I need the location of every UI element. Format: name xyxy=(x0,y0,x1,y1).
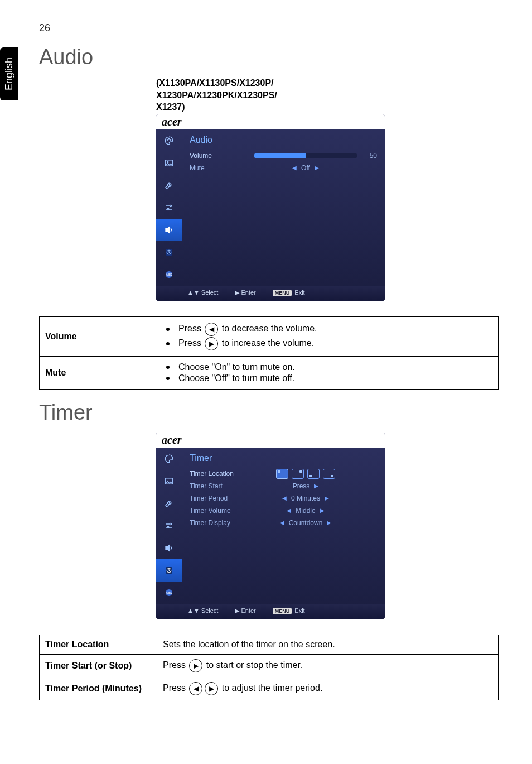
osd-tab-setting[interactable] xyxy=(156,196,182,219)
loc-bottom-left-icon xyxy=(307,469,320,479)
osd-label: Mute xyxy=(190,164,251,172)
model-line: X1230PA/X1230PK/X1230PS/ xyxy=(156,89,499,102)
text: Press ◀ to decrease the volume. xyxy=(178,323,317,336)
speaker-icon xyxy=(163,225,175,235)
palette-icon xyxy=(163,454,175,464)
osd-label: Timer Start xyxy=(190,482,251,490)
footer-select: ▲▼ Select xyxy=(187,289,218,296)
osd-tab-image[interactable] xyxy=(156,470,182,492)
svg-point-6 xyxy=(167,208,169,210)
menu-pill: MENU xyxy=(273,290,292,296)
cell-desc: Press ◀▶ to adjust the timer period. xyxy=(157,677,499,700)
globe-icon: ABC xyxy=(163,588,175,598)
left-button-icon: ◀ xyxy=(205,323,218,336)
text: Choose "Off" to turn mute off. xyxy=(178,373,294,383)
osd-row-timer-start[interactable]: Timer Start Press▶ xyxy=(190,480,377,492)
osd-tab-color[interactable] xyxy=(156,448,182,470)
osd-tab-language[interactable]: ABC xyxy=(156,582,182,604)
section-title-audio: Audio xyxy=(39,45,499,69)
osd-row-volume[interactable]: Volume 50 xyxy=(190,150,377,162)
osd-value: Press xyxy=(293,482,310,490)
osd-tab-timer[interactable] xyxy=(156,559,182,582)
bullet-icon xyxy=(166,342,170,345)
osd-value: 0 Minutes xyxy=(291,494,320,502)
volume-bar-fill xyxy=(254,153,306,158)
osd-tab-audio[interactable] xyxy=(156,537,182,559)
cell-desc: Choose "On" to turn mute on. Choose "Off… xyxy=(157,356,499,389)
svg-point-13 xyxy=(167,526,169,528)
model-line: X1237) xyxy=(156,101,499,113)
cell-key: Mute xyxy=(40,356,157,389)
osd-label: Timer Location xyxy=(190,470,251,478)
osd-row-timer-display[interactable]: Timer Display ◀Countdown▶ xyxy=(190,517,377,529)
location-icons xyxy=(276,469,335,479)
left-arrow-icon: ◀ xyxy=(282,495,287,501)
timer-table: Timer Location Sets the location of the … xyxy=(39,635,499,700)
cell-desc: Press ▶ to start or stop the timer. xyxy=(157,654,499,677)
osd-tab-image[interactable] xyxy=(156,152,182,174)
right-button-icon: ▶ xyxy=(205,337,218,350)
osd-brand: acer xyxy=(156,433,385,448)
right-arrow-icon: ▶ xyxy=(327,520,331,526)
palette-icon xyxy=(163,136,175,146)
model-list: (X1130PA/X1130PS/X1230P/ X1230PA/X1230PK… xyxy=(156,77,499,113)
model-line: (X1130PA/X1130PS/X1230P/ xyxy=(156,77,499,89)
bullet-icon xyxy=(166,328,170,331)
text: Press ▶ to increase the volume. xyxy=(178,337,314,350)
svg-text:ABC: ABC xyxy=(166,591,172,594)
osd-footer: ▲▼ Select ▶ Enter MENU Exit xyxy=(156,604,385,619)
language-tab: English xyxy=(0,47,18,100)
osd-tab-management[interactable] xyxy=(156,492,182,515)
svg-point-4 xyxy=(167,161,168,162)
right-button-icon: ▶ xyxy=(189,659,202,672)
svg-point-5 xyxy=(170,205,172,206)
osd-tab-timer[interactable] xyxy=(156,241,182,263)
osd-audio: acer ABC Audio Volume 50 Mute xyxy=(156,114,385,301)
table-row: Mute Choose "On" to turn mute on. Choose… xyxy=(40,356,499,389)
svg-point-1 xyxy=(168,138,170,139)
page-number: 26 xyxy=(39,22,499,34)
osd-row-mute[interactable]: Mute ◀Off▶ xyxy=(190,162,377,174)
osd-footer: ▲▼ Select ▶ Enter MENU Exit xyxy=(156,286,385,301)
osd-tab-management[interactable] xyxy=(156,174,182,196)
svg-point-12 xyxy=(170,523,172,525)
osd-tab-audio[interactable] xyxy=(156,219,182,241)
right-arrow-icon: ▶ xyxy=(325,495,329,501)
osd-tab-color[interactable] xyxy=(156,129,182,152)
osd-value: Off xyxy=(301,164,310,172)
left-arrow-icon: ◀ xyxy=(292,165,297,171)
speaker-icon xyxy=(163,543,175,553)
clock-icon xyxy=(163,247,175,257)
osd-row-timer-period[interactable]: Timer Period ◀0 Minutes▶ xyxy=(190,492,377,504)
right-arrow-icon: ▶ xyxy=(315,165,319,171)
footer-enter: ▶ Enter xyxy=(235,289,255,296)
clock-icon xyxy=(163,565,175,575)
osd-value: Middle xyxy=(296,507,315,515)
cell-desc: Sets the location of the timer on the sc… xyxy=(157,635,499,654)
osd-section-title: Timer xyxy=(190,453,377,463)
footer-select: ▲▼ Select xyxy=(187,607,218,614)
osd-tab-setting[interactable] xyxy=(156,515,182,537)
bullet-icon xyxy=(166,366,170,369)
cell-key: Timer Start (or Stop) xyxy=(40,654,157,677)
osd-brand: acer xyxy=(156,114,385,129)
left-arrow-icon: ◀ xyxy=(280,520,284,526)
image-icon xyxy=(163,476,175,486)
footer-exit: MENU Exit xyxy=(273,289,305,296)
table-row: Timer Location Sets the location of the … xyxy=(40,635,499,654)
text: Choose "On" to turn mute on. xyxy=(178,362,295,372)
osd-tabs: ABC xyxy=(156,129,182,286)
osd-label: Timer Volume xyxy=(190,507,251,515)
osd-row-timer-volume[interactable]: Timer Volume ◀Middle▶ xyxy=(190,504,377,517)
loc-top-left-icon xyxy=(276,469,288,479)
osd-row-timer-location[interactable]: Timer Location xyxy=(190,468,377,480)
image-icon xyxy=(163,158,175,168)
cell-key: Timer Period (Minutes) xyxy=(40,677,157,700)
table-row: Timer Period (Minutes) Press ◀▶ to adjus… xyxy=(40,677,499,700)
cell-key: Timer Location xyxy=(40,635,157,654)
osd-timer: acer ABC Timer Timer Location xyxy=(156,433,385,619)
cell-desc: Press ◀ to decrease the volume. Press ▶ … xyxy=(157,316,499,356)
wrench-icon xyxy=(163,180,175,190)
right-arrow-icon: ▶ xyxy=(320,507,325,513)
osd-tab-language[interactable]: ABC xyxy=(156,263,182,286)
